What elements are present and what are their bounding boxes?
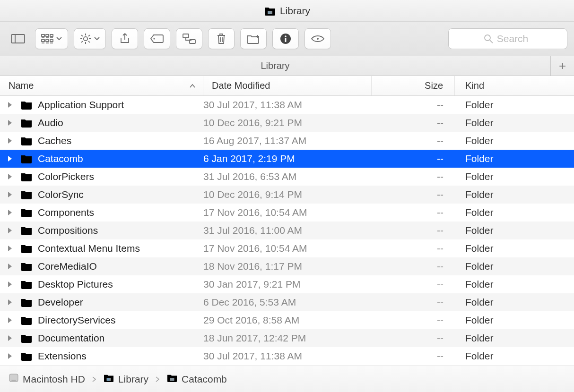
file-row[interactable]: Application Support 30 Jul 2017, 11:38 A… <box>0 96 574 114</box>
new-folder-button[interactable] <box>240 28 267 49</box>
file-row[interactable]: ColorSync 10 Dec 2016, 9:14 PM -- Folder <box>0 186 574 204</box>
file-name: Audio <box>38 117 203 128</box>
svg-rect-34 <box>285 38 287 42</box>
tab-library[interactable]: Library <box>0 56 550 76</box>
column-kind[interactable]: Kind <box>455 76 574 95</box>
file-row[interactable]: Caches 16 Aug 2017, 11:37 AM -- Folder <box>0 132 574 150</box>
disclosure-triangle-icon[interactable] <box>0 245 20 252</box>
column-size-label: Size <box>425 80 443 91</box>
disclosure-triangle-icon[interactable] <box>0 263 20 270</box>
svg-rect-12 <box>42 40 44 42</box>
disclosure-triangle-icon[interactable] <box>0 102 20 108</box>
file-row[interactable]: Compositions 31 Jul 2016, 11:00 AM -- Fo… <box>0 222 574 239</box>
path-crumb[interactable]: Macintosh HD <box>9 373 85 385</box>
disclosure-triangle-icon[interactable] <box>0 353 20 359</box>
info-icon <box>280 33 291 44</box>
svg-rect-28 <box>183 34 189 38</box>
file-date: 30 Jul 2017, 11:38 AM <box>203 99 372 111</box>
file-row[interactable]: Components 17 Nov 2016, 10:54 AM -- Fold… <box>0 204 574 222</box>
disclosure-triangle-icon[interactable] <box>0 155 20 162</box>
action-menu-button[interactable] <box>74 28 106 49</box>
file-size: -- <box>372 99 455 111</box>
column-name[interactable]: Name <box>0 76 203 95</box>
path-separator-icon <box>90 374 98 385</box>
quick-look-button[interactable] <box>304 28 331 49</box>
path-crumb[interactable]: Catacomb <box>166 373 227 385</box>
file-row[interactable]: Developer 6 Dec 2016, 5:53 AM -- Folder <box>0 293 574 311</box>
file-date: 18 Nov 2016, 1:17 PM <box>203 261 372 272</box>
folder-icon <box>20 261 38 272</box>
folder-icon <box>166 373 178 385</box>
connect-server-button[interactable] <box>176 28 202 49</box>
tab-bar: Library + <box>0 56 574 76</box>
sidebar-toggle-button[interactable] <box>7 28 29 49</box>
path-crumb[interactable]: Library <box>103 373 148 385</box>
file-list[interactable]: Application Support 30 Jul 2017, 11:38 A… <box>0 96 574 366</box>
svg-rect-23 <box>81 34 83 36</box>
file-row[interactable]: CoreMediaIO 18 Nov 2016, 1:17 PM -- Fold… <box>0 257 574 275</box>
file-size: -- <box>372 332 455 344</box>
folder-icon <box>103 373 114 385</box>
file-row[interactable]: Contextual Menu Items 17 Nov 2016, 10:54… <box>0 239 574 257</box>
crumb-label: Library <box>118 374 148 385</box>
get-info-button[interactable] <box>272 28 299 49</box>
file-kind: Folder <box>455 153 574 164</box>
disclosure-triangle-icon[interactable] <box>0 317 20 324</box>
file-date: 10 Dec 2016, 9:21 PM <box>203 117 372 128</box>
disclosure-triangle-icon[interactable] <box>0 299 20 306</box>
search-field[interactable]: Search <box>448 28 567 49</box>
file-name: DirectoryServices <box>38 315 203 326</box>
file-row[interactable]: Catacomb 6 Jan 2017, 2:19 PM -- Folder <box>0 150 574 168</box>
file-date: 6 Dec 2016, 5:53 AM <box>203 297 372 308</box>
disclosure-triangle-icon[interactable] <box>0 191 20 198</box>
svg-rect-14 <box>50 40 53 42</box>
delete-button[interactable] <box>208 28 235 49</box>
eye-icon <box>311 34 325 43</box>
new-tab-button[interactable]: + <box>550 56 574 76</box>
disclosure-triangle-icon[interactable] <box>0 227 20 234</box>
file-kind: Folder <box>455 117 574 128</box>
file-kind: Folder <box>455 315 574 326</box>
file-row[interactable]: Audio 10 Dec 2016, 9:21 PM -- Folder <box>0 114 574 132</box>
column-size[interactable]: Size <box>372 76 455 95</box>
file-date: 29 Oct 2016, 8:58 AM <box>203 315 372 326</box>
file-row[interactable]: DirectoryServices 29 Oct 2016, 8:58 AM -… <box>0 311 574 329</box>
file-name: Documentation <box>38 332 203 344</box>
file-size: -- <box>372 297 455 308</box>
view-mode-button[interactable] <box>35 28 68 49</box>
svg-rect-20 <box>85 42 86 44</box>
folder-icon <box>20 118 38 128</box>
folder-icon <box>20 243 38 254</box>
folder-icon <box>20 279 38 290</box>
file-row[interactable]: Extensions 30 Jul 2017, 11:38 AM -- Fold… <box>0 347 574 365</box>
file-size: -- <box>372 207 455 218</box>
file-row[interactable]: Desktop Pictures 30 Jan 2017, 9:21 PM --… <box>0 275 574 293</box>
disclosure-triangle-icon[interactable] <box>0 137 20 144</box>
disclosure-triangle-icon[interactable] <box>0 209 20 216</box>
svg-rect-6 <box>42 34 44 36</box>
chevron-down-icon <box>94 37 100 41</box>
gear-icon <box>80 33 91 44</box>
disclosure-triangle-icon[interactable] <box>0 281 20 288</box>
column-kind-label: Kind <box>465 80 484 91</box>
disclosure-triangle-icon[interactable] <box>0 335 20 341</box>
trash-icon <box>216 33 226 45</box>
folder-icon <box>20 297 38 307</box>
disclosure-triangle-icon[interactable] <box>0 173 20 180</box>
folder-icon <box>20 153 38 164</box>
file-row[interactable]: Documentation 18 Jun 2017, 12:42 PM -- F… <box>0 329 574 347</box>
svg-rect-22 <box>89 38 91 39</box>
file-kind: Folder <box>455 261 574 272</box>
svg-rect-19 <box>85 34 86 35</box>
file-size: -- <box>372 350 455 362</box>
column-date-modified[interactable]: Date Modified <box>203 76 372 95</box>
file-name: Contextual Menu Items <box>38 243 203 254</box>
file-kind: Folder <box>455 189 574 200</box>
path-separator-icon <box>153 374 162 385</box>
file-row[interactable]: ColorPickers 31 Jul 2016, 6:53 AM -- Fol… <box>0 168 574 186</box>
column-name-label: Name <box>9 80 34 91</box>
share-button[interactable] <box>112 28 138 49</box>
tags-button[interactable] <box>144 28 170 49</box>
file-size: -- <box>372 261 455 272</box>
disclosure-triangle-icon[interactable] <box>0 119 20 126</box>
